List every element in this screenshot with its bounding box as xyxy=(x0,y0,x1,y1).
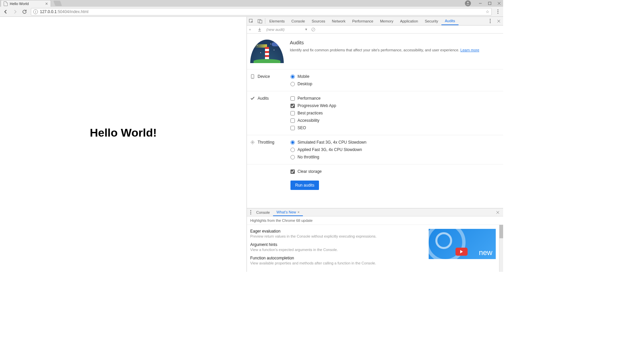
svg-rect-7 xyxy=(260,20,262,23)
devtools-tab-performance[interactable]: Performance xyxy=(349,17,377,25)
window-close-icon[interactable] xyxy=(497,1,501,5)
whats-new-video-thumbnail[interactable]: new xyxy=(429,229,496,259)
window-titlebar xyxy=(0,0,503,7)
audits-toolbar: + (new audit) ▾ xyxy=(247,26,503,34)
devtools-tab-security[interactable]: Security xyxy=(421,17,441,25)
svg-rect-2 xyxy=(488,2,491,5)
device-option-desktop[interactable]: Desktop xyxy=(290,82,500,86)
gear-icon xyxy=(250,140,255,145)
storage-section: Clear storage xyxy=(247,164,503,179)
drawer-tab-close-icon[interactable]: × xyxy=(298,210,300,214)
devtools-tab-sources[interactable]: Sources xyxy=(308,17,328,25)
drawer-menu-icon[interactable] xyxy=(248,210,253,214)
device-toolbar-icon[interactable] xyxy=(256,17,264,25)
drawer-scrollbar[interactable] xyxy=(499,225,503,272)
audits-label: Audits xyxy=(258,96,269,101)
devtools-tab-network[interactable]: Network xyxy=(329,17,349,25)
audits-intro: Audits Identify and fix common problems … xyxy=(247,37,503,69)
audit-option-seo[interactable]: SEO xyxy=(290,126,500,130)
devtools-tab-audits[interactable]: Audits xyxy=(441,17,459,25)
page-favicon-icon xyxy=(4,1,8,6)
audit-selector-label[interactable]: (new audit) xyxy=(266,28,284,32)
drawer-tabbar: Console What's New × xyxy=(247,208,503,216)
drawer-close-icon[interactable] xyxy=(494,208,502,216)
reload-button[interactable] xyxy=(21,9,28,15)
device-option-mobile[interactable]: Mobile xyxy=(290,74,500,79)
throttling-option-none[interactable]: No throttling xyxy=(290,155,500,159)
highlight-item: Function autocompletion View available p… xyxy=(250,256,422,268)
throttling-option-simulated[interactable]: Simulated Fast 3G, 4x CPU Slowdown xyxy=(290,140,500,145)
tab-title: Hello World xyxy=(10,2,43,6)
forward-button[interactable] xyxy=(12,9,18,15)
inspect-element-icon[interactable] xyxy=(247,17,256,25)
throttling-option-applied[interactable]: Applied Fast 3G, 4x CPU Slowdown xyxy=(290,147,500,152)
device-icon xyxy=(250,74,255,79)
new-audit-icon[interactable]: + xyxy=(249,28,254,32)
bookmark-star-icon[interactable]: ☆ xyxy=(486,9,489,14)
url-text: 127.0.0.1:50404/index.html xyxy=(40,9,89,14)
audits-section: Audits Performance Progressive Web App B… xyxy=(247,91,503,135)
devtools-tab-application[interactable]: Application xyxy=(397,17,422,25)
window-maximize-icon[interactable] xyxy=(488,1,492,5)
highlight-item: Eager evaluation Preview return values i… xyxy=(250,229,422,241)
drawer-subtitle: Highlights from the Chrome 68 update xyxy=(247,216,503,225)
audits-body: Audits Identify and fix common problems … xyxy=(247,34,503,208)
page-content: Hello World! xyxy=(0,17,247,272)
learn-more-link[interactable]: Learn more xyxy=(461,48,479,52)
devtools-close-icon[interactable] xyxy=(494,17,503,25)
audit-option-best-practices[interactable]: Best practices xyxy=(290,111,500,115)
page-heading: Hello World! xyxy=(90,126,157,139)
tab-close-icon[interactable]: × xyxy=(45,1,48,6)
back-button[interactable] xyxy=(3,9,9,15)
play-icon xyxy=(455,248,468,256)
devtools-tab-console[interactable]: Console xyxy=(288,17,308,25)
audit-option-pwa[interactable]: Progressive Web App xyxy=(290,103,500,108)
devtools-menu-icon[interactable] xyxy=(486,17,494,25)
devtools-panel: Elements Console Sources Network Perform… xyxy=(247,17,503,272)
drawer-tab-whatsnew[interactable]: What's New × xyxy=(273,208,303,216)
throttling-section: Throttling Simulated Fast 3G, 4x CPU Slo… xyxy=(247,135,503,164)
download-icon[interactable] xyxy=(258,28,262,32)
check-icon xyxy=(250,96,255,101)
svg-line-11 xyxy=(312,29,314,31)
address-bar[interactable]: i 127.0.0.1:50404/index.html ☆ xyxy=(31,8,492,15)
site-info-icon[interactable]: i xyxy=(33,9,38,14)
devtools-tab-elements[interactable]: Elements xyxy=(266,17,288,25)
svg-point-13 xyxy=(252,78,253,78)
devtools-drawer: Console What's New × Highlights from the… xyxy=(247,208,503,272)
svg-point-14 xyxy=(252,142,253,143)
svg-point-0 xyxy=(467,2,469,3)
lighthouse-illustration-icon xyxy=(250,40,284,63)
device-section: Device Mobile Desktop xyxy=(247,69,503,91)
highlight-item: Argument hints View a function's expecte… xyxy=(250,242,422,254)
browser-menu-icon[interactable] xyxy=(495,9,500,14)
devtools-tab-memory[interactable]: Memory xyxy=(377,17,397,25)
drawer-tab-console[interactable]: Console xyxy=(253,208,273,216)
throttling-label: Throttling xyxy=(258,140,274,145)
devtools-tabbar: Elements Console Sources Network Perform… xyxy=(247,17,503,26)
dropdown-arrow-icon[interactable]: ▾ xyxy=(305,27,307,32)
audit-option-performance[interactable]: Performance xyxy=(290,96,500,101)
clear-storage-checkbox[interactable]: Clear storage xyxy=(290,169,500,174)
promo-text: new xyxy=(479,248,492,257)
audits-heading: Audits xyxy=(290,40,479,45)
window-minimize-icon[interactable] xyxy=(478,1,482,5)
whats-new-list: Eager evaluation Preview return values i… xyxy=(250,229,422,268)
run-audits-button[interactable]: Run audits xyxy=(290,181,319,190)
browser-toolbar: i 127.0.0.1:50404/index.html ☆ xyxy=(0,7,503,17)
browser-tab[interactable]: Hello World × xyxy=(1,0,51,7)
device-label: Device xyxy=(258,74,270,79)
audits-description: Identify and fix common problems that af… xyxy=(290,47,479,53)
audit-option-accessibility[interactable]: Accessibility xyxy=(290,118,500,123)
user-profile-icon[interactable] xyxy=(465,0,471,6)
clear-icon[interactable] xyxy=(311,28,316,32)
